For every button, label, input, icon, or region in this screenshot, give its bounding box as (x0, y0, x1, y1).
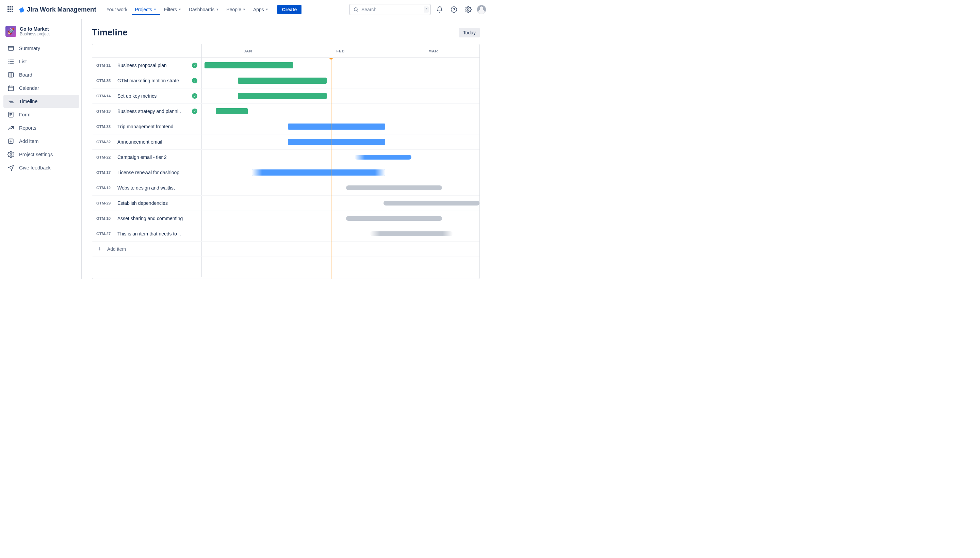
timeline-row[interactable]: GTM-17License renewal for dashloop (92, 165, 479, 181)
timeline-row[interactable]: GTM-32Announcement email (92, 135, 479, 150)
sidebar-item-label: Project settings (19, 152, 53, 157)
settings-button[interactable] (463, 4, 474, 15)
timeline-bar[interactable] (346, 216, 442, 221)
timeline-bar[interactable] (370, 231, 453, 236)
sidebar-item-add-item[interactable]: Add item (3, 135, 79, 148)
svg-point-2 (451, 7, 457, 12)
main-content: Timeline Today JANFEBMAR GTM-11Business … (82, 19, 490, 279)
nav-item-dashboards[interactable]: Dashboards▼ (185, 5, 222, 15)
timeline-row-info: GTM-12Website design and waitlist (92, 181, 202, 195)
timeline-row-info: GTM-14Set up key metrics✓ (92, 89, 202, 103)
sidebar-item-label: Form (19, 112, 31, 117)
project-type: Business project (20, 32, 50, 36)
project-header[interactable]: 🚀 Go to Market Business project (3, 25, 79, 41)
sidebar-item-board[interactable]: Board (3, 68, 79, 81)
issue-key: GTM-14 (96, 94, 115, 98)
jira-logo-icon: ◆ (18, 4, 26, 14)
svg-point-30 (10, 154, 12, 156)
top-nav: ◆ Jira Work Management Your workProjects… (0, 0, 490, 19)
issue-title: License renewal for dashloop (117, 170, 197, 175)
timeline-row[interactable]: GTM-35GTM marketing motion strate..✓ (92, 73, 479, 89)
project-sidebar: 🚀 Go to Market Business project SummaryL… (0, 19, 82, 279)
sidebar-item-form[interactable]: Form (3, 108, 79, 121)
timeline-bar[interactable] (355, 155, 411, 159)
timeline-row[interactable]: GTM-10Asset sharing and commenting (92, 211, 479, 226)
timeline-bar[interactable] (238, 93, 327, 99)
sidebar-item-give-feedback[interactable]: Give feedback (3, 161, 79, 174)
issue-key: GTM-11 (96, 63, 115, 67)
nav-item-label: Filters (164, 7, 177, 12)
timeline-row-chart (202, 119, 479, 134)
create-button[interactable]: Create (277, 5, 302, 14)
timeline-row-info: GTM-35GTM marketing motion strate..✓ (92, 73, 202, 88)
month-header-feb: FEB (294, 44, 387, 57)
timeline-row[interactable]: GTM-13Business strategy and planni..✓ (92, 104, 479, 119)
nav-item-filters[interactable]: Filters▼ (161, 5, 185, 15)
timeline-row[interactable]: GTM-33Trip management frontend (92, 119, 479, 135)
month-header-mar: MAR (387, 44, 479, 57)
timeline-icon (8, 98, 14, 105)
sidebar-item-summary[interactable]: Summary (3, 42, 79, 55)
issue-key: GTM-13 (96, 109, 115, 113)
chevron-down-icon: ▼ (243, 8, 246, 11)
profile-avatar[interactable] (477, 5, 486, 14)
sidebar-item-reports[interactable]: Reports (3, 121, 79, 135)
nav-item-apps[interactable]: Apps▼ (250, 5, 272, 15)
help-button[interactable] (448, 4, 460, 15)
additem-icon (8, 138, 14, 144)
timeline-row[interactable]: GTM-12Website design and waitlist (92, 181, 479, 195)
notifications-button[interactable] (434, 4, 445, 15)
issue-key: GTM-17 (96, 171, 115, 174)
issue-title: Campaign email - tier 2 (117, 154, 197, 160)
timeline-left-header (92, 44, 202, 57)
timeline-view: JANFEBMAR GTM-11Business proposal plan✓G… (92, 44, 480, 279)
timeline-bar[interactable] (216, 108, 248, 114)
timeline-bar[interactable] (238, 77, 327, 84)
svg-rect-16 (8, 86, 14, 90)
issue-title: Business strategy and planni.. (117, 108, 189, 114)
timeline-row[interactable]: GTM-27This is an item that needs to .. (92, 226, 479, 241)
timeline-row[interactable]: GTM-11Business proposal plan✓ (92, 58, 479, 73)
sidebar-item-label: Board (19, 72, 32, 77)
issue-title: GTM marketing motion strate.. (117, 78, 189, 84)
app-switcher-icon[interactable] (7, 5, 15, 14)
issue-title: Set up key metrics (117, 93, 189, 98)
sidebar-item-project-settings[interactable]: Project settings (3, 148, 79, 161)
feedback-icon (8, 164, 14, 171)
issue-title: Announcement email (117, 139, 197, 144)
issue-title: Trip management frontend (117, 124, 197, 129)
status-done-icon: ✓ (192, 93, 197, 98)
timeline-body[interactable]: GTM-11Business proposal plan✓GTM-35GTM m… (92, 58, 479, 279)
timeline-bar[interactable] (384, 201, 479, 205)
sidebar-item-label: List (19, 59, 27, 64)
timeline-row[interactable]: GTM-22Campaign email - tier 2 (92, 150, 479, 165)
form-icon (8, 111, 14, 118)
timeline-bar[interactable] (288, 139, 385, 145)
nav-item-your-work[interactable]: Your work (103, 5, 131, 15)
sidebar-item-timeline[interactable]: Timeline (3, 95, 79, 108)
timeline-bar[interactable] (205, 62, 293, 68)
product-logo[interactable]: ◆ Jira Work Management (19, 5, 96, 14)
search-box[interactable]: / (349, 4, 431, 15)
search-input[interactable] (359, 7, 424, 12)
sidebar-item-list[interactable]: List (3, 55, 79, 68)
sidebar-item-calendar[interactable]: Calendar (3, 82, 79, 95)
timeline-bar[interactable] (346, 185, 442, 190)
nav-item-people[interactable]: People▼ (223, 5, 249, 15)
nav-item-label: People (226, 7, 241, 12)
timeline-bar[interactable] (288, 123, 385, 130)
status-done-icon: ✓ (192, 62, 197, 68)
timeline-add-item-row[interactable]: +Add item (92, 241, 479, 257)
timeline-row[interactable]: GTM-14Set up key metrics✓ (92, 89, 479, 104)
plus-icon: + (96, 246, 102, 253)
help-icon (451, 6, 457, 13)
timeline-bar[interactable] (252, 169, 385, 176)
nav-item-projects[interactable]: Projects▼ (131, 5, 160, 15)
timeline-row[interactable]: GTM-29Establish dependencies (92, 195, 479, 211)
issue-key: GTM-32 (96, 140, 115, 144)
timeline-row-info: GTM-27This is an item that needs to .. (92, 226, 202, 241)
timeline-row-chart (202, 89, 479, 103)
today-button[interactable]: Today (459, 28, 480, 38)
svg-line-1 (357, 11, 358, 11)
timeline-row-chart (202, 73, 479, 88)
